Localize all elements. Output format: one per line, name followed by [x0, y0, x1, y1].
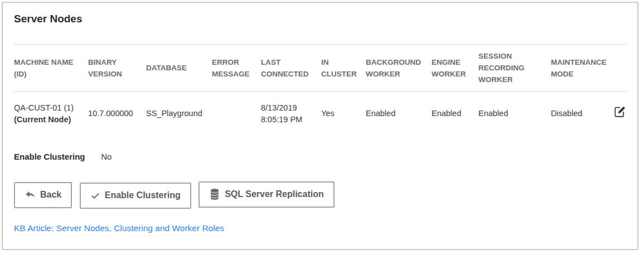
server-nodes-panel: Server Nodes MACHINE NAME (ID) BINARY VE…: [2, 2, 638, 250]
cell-database: SS_Playground: [146, 92, 212, 136]
server-nodes-table: MACHINE NAME (ID) BINARY VERSION DATABAS…: [14, 44, 627, 136]
table-header-row: MACHINE NAME (ID) BINARY VERSION DATABAS…: [14, 45, 627, 92]
col-header-background-worker: BACKGROUND WORKER: [366, 45, 432, 92]
cell-in-cluster: Yes: [321, 92, 366, 136]
edit-node-button[interactable]: [613, 106, 626, 118]
back-button-label: Back: [40, 190, 61, 200]
kb-article-link[interactable]: KB Article: Server Nodes, Clustering and…: [14, 223, 224, 233]
enable-clustering-value: No: [101, 152, 112, 161]
edit-icon: [613, 112, 626, 120]
table-row: QA-CUST-01 (1) (Current Node) 10.7.00000…: [14, 92, 627, 136]
cell-last-connected: 8/13/2019 8:05:19 PM: [261, 92, 321, 136]
col-header-engine-worker: ENGINE WORKER: [432, 45, 478, 92]
action-button-row: Back Enable Clustering SQL Server Replic…: [14, 181, 627, 209]
enable-clustering-button-label: Enable Clustering: [105, 190, 181, 200]
machine-name: QA-CUST-01 (1): [14, 103, 74, 112]
col-header-maintenance-mode: MAINTENANCE MODE: [551, 45, 613, 92]
cell-background-worker: Enabled: [366, 92, 432, 136]
enable-clustering-label: Enable Clustering: [14, 152, 99, 161]
col-header-last-connected: LAST CONNECTED: [261, 45, 321, 92]
cell-engine-worker: Enabled: [432, 92, 478, 136]
sql-server-replication-button[interactable]: SQL Server Replication: [198, 181, 335, 208]
check-icon: [90, 190, 100, 200]
page-title: Server Nodes: [14, 12, 627, 25]
col-header-database: DATABASE: [146, 45, 212, 92]
cell-session-recording-worker: Enabled: [478, 92, 551, 136]
cell-error-message: [212, 92, 261, 136]
col-header-machine-name: MACHINE NAME (ID): [14, 45, 88, 92]
current-node-label: (Current Node): [14, 114, 80, 126]
database-icon: [209, 188, 220, 200]
back-button[interactable]: Back: [14, 182, 72, 208]
cell-row-actions: [613, 92, 627, 136]
col-header-error-message: ERROR MESSAGE: [212, 45, 261, 92]
col-header-session-recording-worker: SESSION RECORDING WORKER: [478, 45, 551, 92]
enable-clustering-button[interactable]: Enable Clustering: [80, 183, 191, 209]
col-header-actions: [613, 45, 627, 92]
cell-maintenance-mode: Disabled: [551, 92, 613, 136]
reply-arrow-icon: [25, 189, 36, 200]
col-header-binary-version: BINARY VERSION: [88, 45, 146, 92]
cell-binary-version: 10.7.000000: [88, 92, 146, 136]
cell-machine-name: QA-CUST-01 (1) (Current Node): [14, 92, 88, 136]
col-header-in-cluster: IN CLUSTER: [321, 45, 366, 92]
sql-server-replication-button-label: SQL Server Replication: [225, 189, 324, 199]
enable-clustering-setting: Enable Clustering No: [14, 152, 627, 161]
